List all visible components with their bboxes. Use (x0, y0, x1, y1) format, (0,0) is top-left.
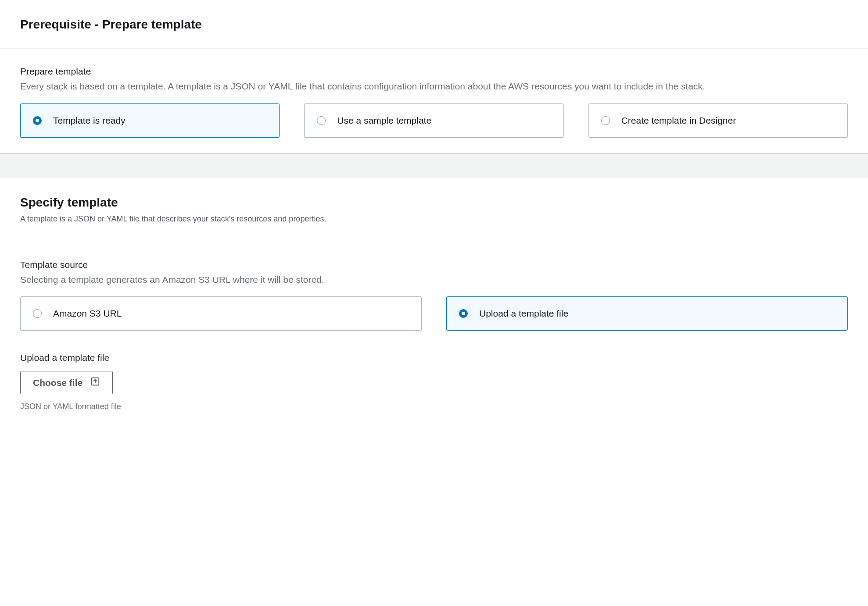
option-label: Use a sample template (337, 115, 431, 126)
prepare-template-desc: Every stack is based on a template. A te… (20, 79, 848, 94)
specify-title: Specify template (20, 196, 848, 210)
prerequisite-body: Prepare template Every stack is based on… (0, 49, 868, 153)
prepare-template-label: Prepare template (20, 66, 848, 77)
radio-icon (317, 116, 326, 125)
specify-header: Specify template A template is a JSON or… (0, 178, 868, 242)
template-source-label: Template source (20, 260, 848, 270)
option-label: Amazon S3 URL (53, 308, 122, 319)
specify-panel: Specify template A template is a JSON or… (0, 178, 868, 428)
option-label: Upload a template file (479, 308, 568, 319)
upload-section: Upload a template file Choose file JSON … (20, 353, 848, 411)
radio-icon (33, 116, 42, 125)
radio-icon (459, 309, 468, 318)
option-template-ready[interactable]: Template is ready (20, 103, 280, 138)
template-source-desc: Selecting a template generates an Amazon… (20, 273, 848, 287)
radio-icon (601, 116, 610, 125)
prepare-template-options: Template is ready Use a sample template … (20, 103, 848, 138)
choose-file-label: Choose file (33, 378, 82, 388)
prerequisite-header: Prerequisite - Prepare template (0, 0, 868, 48)
option-amazon-s3-url[interactable]: Amazon S3 URL (20, 296, 422, 331)
option-sample-template[interactable]: Use a sample template (304, 103, 563, 138)
template-source-options: Amazon S3 URL Upload a template file (20, 296, 848, 331)
option-label: Template is ready (53, 115, 126, 126)
choose-file-button[interactable]: Choose file (20, 371, 113, 394)
prerequisite-title: Prerequisite - Prepare template (20, 18, 848, 32)
specify-body: Template source Selecting a template gen… (0, 242, 868, 428)
upload-icon (90, 377, 100, 389)
option-upload-template-file[interactable]: Upload a template file (446, 296, 848, 331)
prerequisite-panel: Prerequisite - Prepare template Prepare … (0, 0, 868, 153)
upload-label: Upload a template file (20, 353, 848, 363)
panel-gap (0, 153, 868, 178)
file-format-hint: JSON or YAML formatted file (20, 402, 848, 411)
option-create-designer[interactable]: Create template in Designer (588, 103, 848, 138)
option-label: Create template in Designer (621, 115, 736, 126)
specify-subtitle: A template is a JSON or YAML file that d… (20, 213, 848, 225)
radio-icon (33, 309, 42, 318)
